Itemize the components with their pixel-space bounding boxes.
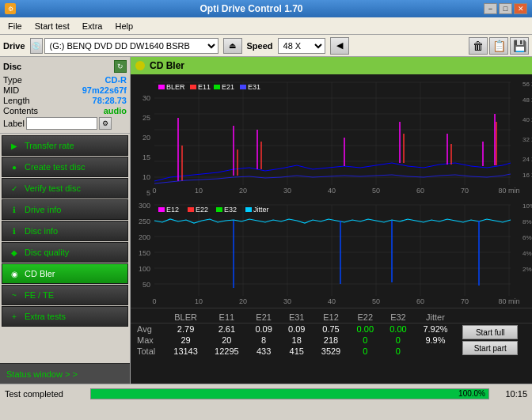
svg-text:70: 70	[461, 187, 469, 195]
col-e32: E32	[382, 312, 415, 324]
svg-text:300: 300	[139, 202, 150, 210]
svg-text:20: 20	[239, 297, 247, 305]
nav-disc-info[interactable]: ℹ Disc info	[2, 221, 128, 241]
avg-bler: 2.79	[165, 324, 207, 335]
disc-type-val: CD-R	[105, 75, 127, 85]
svg-text:16 X: 16 X	[522, 172, 532, 179]
status-window-button[interactable]: Status window > >	[0, 363, 130, 384]
transfer-rate-icon: ▶	[9, 140, 20, 151]
window-controls: − □ ✕	[484, 3, 527, 14]
total-e11: 12295	[206, 346, 247, 357]
avg-e22: 0.00	[349, 324, 382, 335]
menu-extra[interactable]: Extra	[78, 21, 108, 32]
svg-text:10: 10	[195, 297, 203, 305]
nav-drive-info-label: Drive info	[25, 205, 61, 214]
progress-bar: 100.0%	[90, 388, 489, 399]
menu-file[interactable]: File	[3, 21, 27, 32]
svg-rect-43	[240, 85, 246, 89]
svg-text:20: 20	[239, 187, 247, 195]
max-e22: 0	[349, 335, 382, 346]
nav-cd-bler[interactable]: ◉ CD Bler	[2, 263, 128, 284]
copy-icon[interactable]: 📋	[489, 37, 508, 55]
minimize-button[interactable]: −	[484, 3, 497, 14]
left-panel: Disc ↻ Type CD-R MID 97m22s67f Length 78…	[0, 57, 131, 384]
svg-text:E12: E12	[166, 206, 179, 214]
nav-drive-info[interactable]: ℹ Drive info	[2, 199, 128, 220]
disc-label-row: Label ⚙	[3, 117, 127, 130]
label-edit-button[interactable]: ⚙	[99, 117, 112, 130]
col-e11: E11	[206, 312, 247, 324]
svg-text:100: 100	[139, 265, 150, 273]
total-bler: 13143	[165, 346, 207, 357]
maximize-button[interactable]: □	[499, 3, 512, 14]
avg-e21: 0.09	[247, 324, 280, 335]
start-buttons-cell: Start full Start part	[456, 324, 532, 358]
svg-text:30: 30	[142, 94, 150, 102]
extra-tests-icon: +	[9, 311, 20, 322]
svg-text:56 X: 56 X	[522, 81, 532, 88]
total-e31: 415	[280, 346, 314, 357]
nav-transfer-rate[interactable]: ▶ Transfer rate	[2, 135, 128, 156]
svg-rect-94	[158, 207, 165, 212]
nav-disc-quality[interactable]: ◆ Disc quality	[2, 242, 128, 263]
svg-text:32 X: 32 X	[522, 136, 532, 143]
svg-text:8%: 8%	[522, 218, 532, 225]
disc-contents-key: Contents	[3, 106, 38, 115]
nav-disc-quality-label: Disc quality	[25, 248, 69, 257]
svg-text:E21: E21	[222, 83, 234, 91]
nav-buttons: ▶ Transfer rate ● Create test disc ✓ Ver…	[0, 134, 130, 363]
max-e11: 20	[206, 335, 247, 346]
erase-icon[interactable]: 🗑	[469, 37, 488, 55]
disc-refresh-button[interactable]: ↻	[114, 60, 127, 73]
main-layout: Disc ↻ Type CD-R MID 97m22s67f Length 78…	[0, 57, 532, 384]
svg-text:50: 50	[372, 187, 380, 195]
arrow-left-button[interactable]: ◀	[330, 37, 349, 55]
drive-selector[interactable]: (G:) BENQ DVD DD DW1640 BSRB	[44, 38, 218, 54]
disc-mid-val: 97m22s67f	[82, 85, 127, 95]
svg-text:6%: 6%	[522, 234, 532, 241]
start-full-button[interactable]: Start full	[462, 325, 518, 339]
nav-transfer-rate-label: Transfer rate	[25, 141, 74, 150]
col-actions	[456, 312, 532, 324]
nav-fe-te[interactable]: ~ FE / TE	[2, 285, 128, 305]
nav-fe-te-label: FE / TE	[25, 290, 54, 300]
data-table: BLER E11 E21 E31 E12 E22 E32 Jitter Avg	[131, 312, 532, 357]
disc-length-row: Length 78:28.73	[3, 96, 127, 105]
svg-text:40: 40	[328, 187, 336, 195]
nav-extra-tests-label: Extra tests	[25, 312, 66, 321]
status-window-label: Status window > >	[6, 369, 78, 379]
menu-start-test[interactable]: Start test	[30, 21, 74, 32]
disc-mid-row: MID 97m22s67f	[3, 85, 127, 95]
nav-create-test-disc[interactable]: ● Create test disc	[2, 157, 128, 177]
disc-label-input[interactable]	[26, 117, 97, 130]
svg-text:48 X: 48 X	[522, 96, 532, 104]
save-icon[interactable]: 💾	[510, 37, 529, 55]
chart-title: CD Bler	[150, 60, 184, 71]
menu-bar: File Start test Extra Help	[0, 17, 532, 35]
data-table-section: BLER E11 E21 E31 E12 E22 E32 Jitter Avg	[131, 308, 532, 360]
eject-button[interactable]: ⏏	[223, 38, 242, 54]
svg-text:80 min: 80 min	[498, 187, 519, 195]
nav-verify-test-disc-label: Verify test disc	[25, 184, 81, 193]
nav-extra-tests[interactable]: + Extra tests	[2, 306, 128, 327]
menu-help[interactable]: Help	[110, 21, 138, 32]
svg-text:20: 20	[142, 134, 150, 142]
chart-top-container: 30 25 20 15 10 5 56 X 48 X 40 X 32 X 24 …	[131, 74, 532, 197]
nav-verify-test-disc[interactable]: ✓ Verify test disc	[2, 178, 128, 199]
nav-cd-bler-label: CD Bler	[25, 269, 55, 278]
close-button[interactable]: ✕	[514, 3, 527, 14]
svg-text:30: 30	[283, 297, 291, 305]
svg-text:BLER: BLER	[166, 83, 185, 91]
svg-text:200: 200	[139, 233, 150, 241]
max-bler: 29	[165, 335, 207, 346]
start-buttons: Start full Start part	[462, 325, 526, 355]
total-e12: 3529	[314, 346, 349, 357]
max-e21: 8	[247, 335, 280, 346]
disc-quality-icon: ◆	[9, 247, 20, 258]
start-part-button[interactable]: Start part	[462, 341, 518, 355]
speed-selector[interactable]: 48 X	[278, 38, 325, 54]
verify-test-disc-icon: ✓	[9, 183, 20, 194]
chart-bottom-container: 300 250 200 150 100 50 10% 8% 6% 4% 2% 0…	[131, 197, 532, 308]
total-e22: 0	[349, 346, 382, 357]
svg-text:E32: E32	[224, 206, 237, 214]
